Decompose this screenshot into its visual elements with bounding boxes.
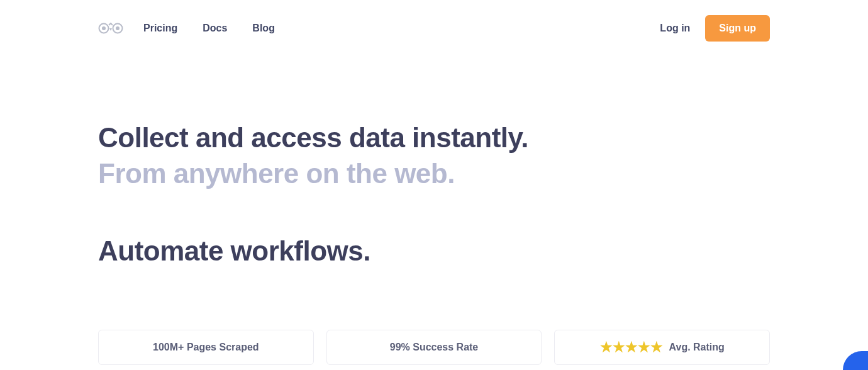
star-icon: ★ [650, 340, 663, 354]
navbar: Pricing Docs Blog Log in Sign up [98, 0, 770, 57]
login-link[interactable]: Log in [660, 23, 690, 34]
star-icon: ★ [638, 340, 650, 354]
star-icon: ★ [613, 340, 625, 354]
hero-section: Collect and access data instantly. From … [98, 57, 770, 267]
stat-text: 99% Success Rate [390, 342, 479, 353]
nav-left: Pricing Docs Blog [98, 21, 275, 36]
svg-point-1 [102, 26, 106, 30]
star-icon: ★ [600, 340, 613, 354]
nav-link-docs[interactable]: Docs [203, 23, 227, 34]
stars-group: ★ ★ ★ ★ ★ [600, 340, 663, 354]
stat-card-pages: 100M+ Pages Scraped [98, 330, 314, 365]
hero-title-line1: Collect and access data instantly. [98, 120, 770, 155]
signup-button[interactable]: Sign up [705, 15, 770, 42]
svg-point-3 [116, 26, 120, 30]
nav-link-blog[interactable]: Blog [252, 23, 275, 34]
logo[interactable] [98, 21, 123, 36]
nav-link-pricing[interactable]: Pricing [143, 23, 177, 34]
star-icon: ★ [625, 340, 638, 354]
hero-subtitle: Automate workflows. [98, 235, 770, 267]
nav-right: Log in Sign up [660, 15, 770, 42]
hero-title-line2: From anywhere on the web. [98, 155, 770, 191]
stats-row: 100M+ Pages Scraped 99% Success Rate ★ ★… [98, 330, 770, 365]
stat-text: Avg. Rating [669, 342, 725, 353]
stat-card-success: 99% Success Rate [326, 330, 542, 365]
hero-title: Collect and access data instantly. From … [98, 120, 770, 191]
chat-widget-icon[interactable] [843, 351, 868, 370]
owl-logo-icon [98, 21, 123, 36]
stat-card-rating: ★ ★ ★ ★ ★ Avg. Rating [554, 330, 770, 365]
stat-text: 100M+ Pages Scraped [153, 342, 259, 353]
nav-links: Pricing Docs Blog [143, 23, 275, 34]
